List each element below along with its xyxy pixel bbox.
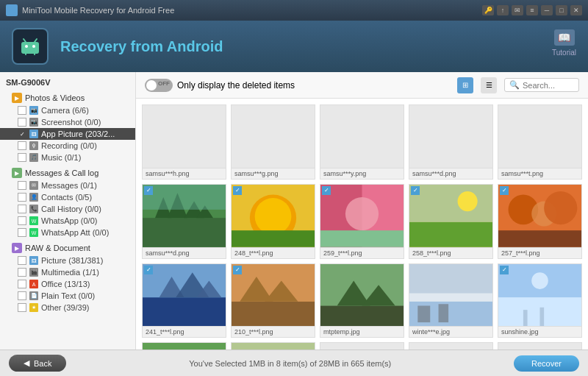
sidebar-item-office[interactable]: A Office (13/13) (0, 278, 135, 290)
image-label: 258_t***l.png (409, 247, 492, 258)
window-controls[interactable]: 🔑 ↑ ✉ ≡ ─ □ ✕ (482, 5, 582, 15)
messages-checkbox[interactable] (18, 181, 26, 190)
sidebar-group-photos-header[interactable]: ▶ Photos & Videos (0, 91, 135, 104)
sidebar-item-multimedia[interactable]: 🎬 Multimedia (1/1) (0, 266, 135, 278)
grid-item[interactable]: samsu***t.png (498, 104, 582, 180)
grid-item[interactable]: samsu***7.png (231, 342, 315, 350)
grid-item[interactable]: samsu***8.png (320, 342, 404, 350)
minimize-button[interactable]: ─ (541, 5, 553, 15)
app-picture-icon: 🖼 (29, 130, 38, 138)
recording-checkbox[interactable] (18, 141, 26, 150)
sidebar-group-messages-header[interactable]: ▶ Messages & Call log (0, 166, 135, 180)
office-checkbox[interactable] (18, 280, 26, 288)
whatsapp-checkbox[interactable] (18, 216, 26, 225)
sidebar-item-call-history[interactable]: 📞 Call History (0/0) (0, 203, 135, 215)
grid-item[interactable]: samsu***y.png (320, 104, 404, 180)
sidebar-item-plain-text[interactable]: 📄 Plain Text (0/0) (0, 290, 135, 302)
image-label: samsu***d.png (409, 168, 492, 179)
grid-item[interactable]: 210_t***l.png (231, 263, 315, 338)
grid-item-checkbox[interactable] (144, 266, 153, 274)
tutorial-button[interactable]: 📖 Tutorial (552, 29, 576, 57)
image-grid: samsu***h.png samsu***g.png samsu***y.pn… (136, 99, 588, 350)
plain-text-checkbox[interactable] (18, 291, 26, 300)
grid-item-checkbox[interactable] (144, 186, 153, 195)
image-label: samsu***t.png (498, 168, 581, 179)
app-picture-checkbox[interactable] (18, 130, 26, 138)
image-label: sunshine.jpg (498, 326, 581, 337)
grid-view-button[interactable]: ⊞ (457, 77, 473, 93)
grid-item-checkbox[interactable] (411, 186, 420, 195)
grid-item[interactable]: 248_t***l.png (231, 184, 315, 259)
grid-item[interactable]: samsu***9.png (409, 342, 493, 350)
contacts-checkbox[interactable] (18, 193, 26, 202)
raw-group-icon: ▶ (12, 243, 22, 253)
sidebar-messages-label: Messages (0/1) (41, 181, 97, 190)
plain-text-icon: 📄 (29, 291, 38, 300)
sidebar-group-photos: ▶ Photos & Videos 📷 Camera (6/6) 📷 Scree… (0, 90, 135, 165)
toggle-switch[interactable]: OFF Only display the deleted items (145, 79, 295, 92)
thumbnail (320, 185, 404, 247)
camera-checkbox[interactable] (18, 106, 26, 115)
sidebar-item-camera[interactable]: 📷 Camera (6/6) (0, 104, 135, 116)
grid-item-checkbox[interactable] (322, 186, 331, 195)
music-checkbox[interactable] (18, 153, 26, 162)
grid-item[interactable]: samsu***6.png (142, 342, 226, 350)
grid-item[interactable]: samsu***h.png (142, 104, 226, 180)
sidebar-group-raw-label: RAW & Document (25, 244, 90, 252)
app-title: MiniTool Mobile Recovery for Android Fre… (22, 6, 174, 15)
sidebar-item-picture[interactable]: 🖼 Picture (381/381) (0, 255, 135, 266)
sidebar-item-other[interactable]: ★ Other (39/39) (0, 302, 135, 313)
list-view-button[interactable]: ☰ (481, 77, 497, 93)
music-icon: 🎵 (29, 153, 38, 162)
close-button[interactable]: ✕ (570, 5, 582, 15)
sidebar-item-contacts[interactable]: 👤 Contacts (0/5) (0, 191, 135, 203)
grid-item[interactable]: 241_t***l.png (142, 263, 226, 338)
grid-item[interactable]: 257_t***l.png (498, 184, 582, 259)
toggle-track[interactable]: OFF (145, 79, 173, 92)
grid-item[interactable]: mtptemp.jpg (320, 263, 404, 338)
sidebar-item-recording[interactable]: 🎙 Recording (0/0) (0, 140, 135, 152)
picture-icon: 🖼 (29, 256, 38, 265)
maximize-button[interactable]: □ (556, 5, 567, 15)
back-button[interactable]: ◀ Back (9, 355, 66, 372)
grid-item-checkbox[interactable] (500, 266, 509, 274)
sidebar-item-whatsapp[interactable]: W WhatsApp (0/0) (0, 215, 135, 227)
screenshot-checkbox[interactable] (18, 118, 26, 127)
call-history-checkbox[interactable] (18, 205, 26, 213)
recover-button[interactable]: Recover (514, 355, 579, 372)
grid-item[interactable]: 258_t***l.png (409, 184, 493, 259)
grid-item[interactable]: samsu***g.png (231, 104, 315, 180)
sidebar-item-music[interactable]: 🎵 Music (0/1) (0, 152, 135, 163)
whatsapp-att-checkbox[interactable] (18, 228, 26, 237)
search-box: 🔍 (504, 78, 579, 92)
grid-item[interactable]: samsu***d.png (142, 184, 226, 259)
camera-icon: 📷 (29, 106, 38, 115)
grid-item-checkbox[interactable] (233, 266, 242, 274)
other-checkbox[interactable] (18, 303, 26, 312)
grid-item-checkbox[interactable] (233, 186, 242, 195)
grid-item[interactable]: 259_t***l.png (320, 184, 404, 259)
sidebar-office-label: Office (13/13) (41, 280, 90, 288)
multimedia-checkbox[interactable] (18, 268, 26, 277)
picture-checkbox[interactable] (18, 256, 26, 265)
svg-rect-61 (143, 343, 226, 350)
sidebar-item-whatsapp-att[interactable]: W WhatsApp Att (0/0) (0, 227, 135, 238)
grid-item[interactable]: winte***e.jpg (409, 263, 493, 338)
sidebar-item-screenshot[interactable]: 📷 Screenshot (0/0) (0, 116, 135, 128)
sidebar-item-messages[interactable]: ✉ Messages (0/1) (0, 180, 135, 191)
toolbar: OFF Only display the deleted items ⊞ ☰ 🔍 (136, 72, 588, 99)
grid-item[interactable]: samsu***d.png (409, 104, 493, 180)
grid-item-checkbox[interactable] (500, 186, 509, 195)
image-label: 210_t***l.png (232, 326, 315, 337)
message-icon: ✉ (29, 181, 38, 190)
sidebar-item-app-picture[interactable]: 🖼 App Picture (203/2... (0, 128, 135, 140)
icon-menu[interactable]: ≡ (526, 5, 538, 15)
device-label: SM-G9006V (0, 75, 135, 90)
sidebar-group-raw-header[interactable]: ▶ RAW & Document (0, 241, 135, 255)
svg-rect-21 (320, 230, 404, 247)
svg-line-4 (35, 39, 37, 42)
grid-item[interactable]: sunshine.jpg (498, 263, 582, 338)
grid-item[interactable]: samsu***0.png (498, 342, 582, 350)
search-input[interactable] (523, 81, 574, 90)
messages-group-icon: ▶ (12, 168, 22, 178)
